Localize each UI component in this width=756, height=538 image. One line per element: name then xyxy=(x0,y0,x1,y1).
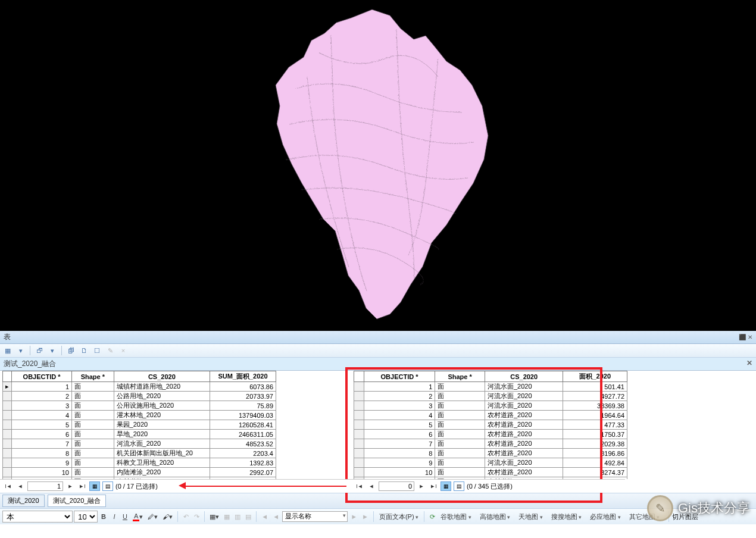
table-row[interactable]: 7面农村道路_20202029.38 xyxy=(354,439,627,449)
switch-selection-icon[interactable]: 🗋 xyxy=(79,345,89,356)
table-name: 测试_2020_融合 xyxy=(4,359,56,369)
tab-item[interactable]: 测试_2020 xyxy=(2,495,45,507)
table-options-icon[interactable]: ▦ xyxy=(2,345,13,356)
column-header[interactable]: OBJECTID * xyxy=(12,371,72,382)
show-all-icon[interactable]: ▦ xyxy=(441,481,451,491)
rulers-icon: ▤ xyxy=(243,511,253,522)
underline-icon[interactable]: U xyxy=(120,511,130,522)
panel-pin-buttons[interactable]: ⬛ ✕ xyxy=(739,334,752,340)
zoom-selection-icon: ✎ xyxy=(105,345,115,356)
column-header[interactable]: SUM_面积_2020 xyxy=(210,371,276,382)
column-header[interactable]: 面积_2020 xyxy=(563,371,627,382)
next-record-icon[interactable]: ► xyxy=(65,481,75,491)
grid-icon[interactable]: ▦▾ xyxy=(208,511,221,522)
first-record-icon[interactable]: I◄ xyxy=(355,481,364,491)
show-selected-icon[interactable]: ▤ xyxy=(454,481,464,491)
table-row[interactable]: 5面农村道路_2020477.33 xyxy=(354,420,627,430)
attribute-table-panel: 表 ⬛ ✕ ▦ ▾ 🗗 ▾ 🗐 🗋 ☐ ✎ × 测试_2020_融合 ✕ OBJ… xyxy=(0,331,756,508)
clear-selection-icon[interactable]: ☐ xyxy=(92,345,102,356)
basemap-menu[interactable]: 天地图 xyxy=(516,513,545,520)
next2-icon: ► xyxy=(360,511,370,522)
first-record-icon[interactable]: I◄ xyxy=(4,481,13,491)
page-text-button[interactable]: 页面文本(P) xyxy=(377,512,421,521)
table-row[interactable]: 10面农村道路_20203274.37 xyxy=(354,468,627,477)
table-row[interactable]: 7面河流水面_202048523.52 xyxy=(3,439,276,449)
map-viewport[interactable] xyxy=(0,0,756,331)
next-record-icon[interactable]: ► xyxy=(417,481,426,491)
right-nav-bar: I◄ ◄ ► ►I ▦ ▤ (0 / 345 已选择) xyxy=(351,479,625,493)
table-row[interactable]: 8面农村道路_20208196.86 xyxy=(354,449,627,458)
annotation-arrow-head xyxy=(179,482,186,489)
show-all-icon[interactable]: ▦ xyxy=(89,481,100,491)
column-header[interactable] xyxy=(3,371,12,382)
table-row[interactable]: 6面旱地_20202466311.05 xyxy=(3,430,276,439)
last-record-icon[interactable]: ►I xyxy=(77,481,87,491)
basemap-menu[interactable]: 谷歌地图 xyxy=(438,513,474,520)
table-row[interactable]: 10面内陆滩涂_20202992.07 xyxy=(3,468,276,477)
selection-status: (0 / 345 已选择) xyxy=(467,482,513,491)
next-icon: ► xyxy=(349,511,359,522)
font-size-select[interactable]: 10 xyxy=(74,511,98,523)
redo-icon: ↷ xyxy=(192,511,201,522)
italic-icon[interactable]: I xyxy=(110,511,119,522)
record-number-input[interactable] xyxy=(379,481,414,491)
table-row[interactable]: 1面河流水面_2020501.41 xyxy=(354,382,627,392)
table-toolbar: ▦ ▾ 🗗 ▾ 🗐 🗋 ☐ ✎ × xyxy=(0,344,756,358)
table-row[interactable]: 3面公用设施用地_202075.89 xyxy=(3,401,276,411)
table-row[interactable]: 8面机关团体新闻出版用地_202203.4 xyxy=(3,449,276,458)
table-row[interactable]: 2面河流水面_20204927.72 xyxy=(354,392,627,401)
basemap-menu[interactable]: 必应地图 xyxy=(588,513,623,520)
last-record-icon[interactable]: ►I xyxy=(429,481,438,491)
annotation-arrow xyxy=(185,486,346,487)
table-row[interactable]: 3面河流水面_202038369.38 xyxy=(354,401,627,411)
table-row[interactable]: 4面农村道路_20201964.64 xyxy=(354,411,627,420)
column-header[interactable]: CS_2020 xyxy=(485,371,563,382)
column-header[interactable]: Shape * xyxy=(72,371,114,382)
prev-record-icon[interactable]: ◄ xyxy=(15,481,25,491)
table-name-bar: 测试_2020_融合 ✕ xyxy=(0,358,756,371)
show-selected-icon[interactable]: ▤ xyxy=(102,481,113,491)
table-row[interactable]: 9面科教文卫用地_20201392.83 xyxy=(3,458,276,468)
related-tables-icon[interactable]: 🗗 xyxy=(34,345,45,356)
refresh-icon[interactable]: ⟳ xyxy=(427,511,437,522)
map-polygon xyxy=(247,5,509,326)
prev-icon: ◄ xyxy=(260,511,270,522)
table-row[interactable]: ▸1面城镇村道路用地_20206073.86 xyxy=(3,382,276,392)
guides-icon: ▥ xyxy=(233,511,242,522)
highlight-icon[interactable]: 🖌▾ xyxy=(161,511,174,522)
basemap-menu[interactable]: 高德地图 xyxy=(477,513,513,520)
table-tabs: 测试_2020 测试_2020_融合 xyxy=(0,493,756,508)
tab-item-active[interactable]: 测试_2020_融合 xyxy=(48,495,107,507)
delete-icon: × xyxy=(118,345,129,356)
table-row[interactable]: 5面果园_20201260528.41 xyxy=(3,420,276,430)
column-header[interactable]: OBJECTID * xyxy=(364,371,435,382)
display-name-select[interactable]: 显示名称 xyxy=(282,511,348,522)
font-family-select[interactable]: 本 xyxy=(2,511,73,523)
font-color-icon[interactable]: A▾ xyxy=(131,511,145,522)
panel-header: 表 ⬛ ✕ xyxy=(0,331,756,344)
prev2-icon: ◄ xyxy=(271,511,281,522)
snap-icon: ▦ xyxy=(222,511,232,522)
table-row[interactable]: 2面公路用地_202020733.97 xyxy=(3,392,276,401)
table-row[interactable]: 9面河流水面_2020492.84 xyxy=(354,458,627,468)
left-table-block: OBJECTID *Shape *CS_2020SUM_面积_2020 ▸1面城… xyxy=(2,371,276,479)
table-row[interactable]: 6面农村道路_20201750.37 xyxy=(354,430,627,439)
column-header[interactable]: CS_2020 xyxy=(114,371,210,382)
dropdown-icon[interactable]: ▾ xyxy=(15,345,26,356)
basemap-menu[interactable]: 搜搜地图 xyxy=(549,513,585,520)
undo-icon: ↶ xyxy=(181,511,190,522)
bold-icon[interactable]: B xyxy=(99,511,108,522)
left-table[interactable]: OBJECTID *Shape *CS_2020SUM_面积_2020 ▸1面城… xyxy=(2,371,276,479)
right-table[interactable]: OBJECTID *Shape *CS_2020面积_2020 1面河流水面_2… xyxy=(354,371,627,479)
table-row[interactable]: 4面灌木林地_20201379409.03 xyxy=(3,411,276,420)
prev-record-icon[interactable]: ◄ xyxy=(367,481,376,491)
select-by-attr-icon[interactable]: 🗐 xyxy=(65,345,76,356)
column-header[interactable] xyxy=(354,371,364,382)
record-number-input[interactable] xyxy=(27,481,63,491)
layout-toolbar: 本 10 B I U A▾ 🖉▾ 🖌▾ ↶ ↷ ▦▾ ▦ ▥ ▤ ◄ ◄ 显示名… xyxy=(0,508,756,524)
selection-status: (0 / 17 已选择) xyxy=(115,482,158,491)
close-icon[interactable]: ✕ xyxy=(746,359,752,369)
column-header[interactable]: Shape * xyxy=(435,371,485,382)
fill-color-icon[interactable]: 🖉▾ xyxy=(146,511,160,522)
dropdown-icon[interactable]: ▾ xyxy=(47,345,58,356)
